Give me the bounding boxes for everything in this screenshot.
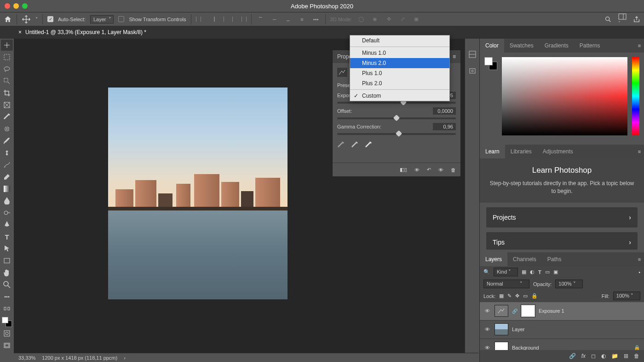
gradient-tool[interactable] <box>1 183 13 194</box>
preset-item-plus1[interactable]: Plus 1.0 <box>350 68 449 78</box>
align-bottom-icon[interactable]: ⎽ <box>284 15 293 24</box>
filter-search-icon[interactable]: 🔍 <box>483 269 490 275</box>
distribute-icon[interactable]: ⎹⎹ <box>237 15 247 24</box>
learn-item-projects[interactable]: Projects › <box>486 207 638 228</box>
foreground-background-colors[interactable] <box>2 317 12 327</box>
tab-layers[interactable]: Layers <box>480 252 507 266</box>
learn-item-tips[interactable]: Tips › <box>486 232 638 250</box>
tab-learn[interactable]: Learn <box>480 145 505 158</box>
hue-slider[interactable] <box>632 57 639 135</box>
dodge-tool[interactable] <box>1 207 13 218</box>
align-middle-icon[interactable]: ─ <box>270 15 279 24</box>
marquee-tool[interactable] <box>1 52 13 63</box>
show-transform-checkbox[interactable] <box>118 16 124 22</box>
distribute-v-icon[interactable]: ≡ <box>298 15 307 24</box>
search-icon[interactable] <box>604 16 612 23</box>
visibility-icon[interactable]: 👁 <box>483 345 491 350</box>
lock-pixels-icon[interactable]: ✎ <box>507 293 512 299</box>
visibility-icon[interactable]: 👁 <box>483 327 491 332</box>
lock-transparent-icon[interactable]: ▦ <box>499 293 504 299</box>
healing-brush-tool[interactable] <box>1 123 13 134</box>
layer-row[interactable]: 👁 Background 🔒 <box>480 339 644 350</box>
more-tools[interactable]: ••• <box>1 291 13 302</box>
exposure-slider[interactable] <box>337 102 456 104</box>
tab-adjustments[interactable]: Adjustments <box>537 145 579 158</box>
preset-item-plus2[interactable]: Plus 2.0 <box>350 78 449 88</box>
adjustment-thumb[interactable] <box>494 305 508 317</box>
hand-tool[interactable] <box>1 267 13 278</box>
type-tool[interactable]: T <box>1 231 13 242</box>
preset-item-minus2[interactable]: Minus 2.0 <box>350 58 449 68</box>
blur-tool[interactable] <box>1 195 13 206</box>
collapsed-panel-1-icon[interactable] <box>468 50 477 59</box>
filter-toggle-icon[interactable]: • <box>638 269 640 275</box>
maximize-window[interactable] <box>22 3 28 9</box>
home-icon[interactable] <box>4 15 12 23</box>
close-window[interactable] <box>5 3 10 9</box>
auto-select-dropdown[interactable]: Layer ˅ <box>90 15 114 23</box>
rectangle-tool[interactable] <box>1 255 13 266</box>
clip-to-layer-icon[interactable]: ◧▯ <box>400 167 407 173</box>
filter-type-icon[interactable]: T <box>538 269 541 275</box>
zoom-level[interactable]: 33,33% <box>18 355 35 361</box>
layer-name[interactable]: Exposure 1 <box>539 308 564 314</box>
tool-menu-caret[interactable]: ˅ <box>35 17 38 22</box>
tab-channels[interactable]: Channels <box>507 252 542 266</box>
zoom-tool[interactable] <box>1 279 13 290</box>
move-tool[interactable] <box>1 40 13 51</box>
fill-field[interactable]: 100% ˅ <box>613 292 640 300</box>
path-select-tool[interactable] <box>1 243 13 254</box>
image-thumb[interactable] <box>494 323 508 335</box>
crop-tool[interactable] <box>1 88 13 99</box>
filter-smart-icon[interactable]: ▣ <box>553 269 558 275</box>
gray-eyedropper-icon[interactable] <box>351 141 358 149</box>
minimize-window[interactable] <box>13 3 19 9</box>
share-icon[interactable] <box>633 16 640 23</box>
layer-name[interactable]: Layer <box>512 327 525 332</box>
panel-menu-icon[interactable]: ≡ <box>453 53 456 60</box>
document-tab[interactable]: × Untitled-1 @ 33,3% (Exposure 1, Layer … <box>18 29 146 35</box>
view-previous-icon[interactable]: 👁 <box>414 167 420 173</box>
layer-row[interactable]: 👁 🔗 Exposure 1 <box>480 302 644 321</box>
brush-tool[interactable] <box>1 135 13 146</box>
link-layers-icon[interactable]: 🔗 <box>569 353 576 359</box>
quick-select-tool[interactable] <box>1 76 13 87</box>
delete-layer-icon[interactable]: 🗑 <box>634 353 639 359</box>
collapsed-panel-2-icon[interactable] <box>468 66 477 76</box>
color-panel-menu-icon[interactable]: ≡ <box>635 39 644 53</box>
white-eyedropper-icon[interactable] <box>365 141 372 149</box>
align-top-icon[interactable]: ⎺ <box>256 15 265 24</box>
doc-dimensions[interactable]: 1200 px x 1418 px (118,11 ppcm) <box>42 355 117 361</box>
quick-mask-icon[interactable] <box>1 328 13 339</box>
new-adjustment-icon[interactable]: ◐ <box>601 353 606 359</box>
lock-artboard-icon[interactable]: ▭ <box>523 293 528 299</box>
edit-toolbar[interactable] <box>1 303 13 314</box>
align-center-h-icon[interactable]: ⎹⎸ <box>210 15 219 24</box>
offset-slider[interactable] <box>337 117 456 119</box>
tab-gradients[interactable]: Gradients <box>539 39 574 53</box>
move-tool-icon[interactable] <box>22 15 31 24</box>
lock-position-icon[interactable]: ✥ <box>515 293 519 299</box>
filter-image-icon[interactable]: ▦ <box>522 269 526 275</box>
black-eyedropper-icon[interactable] <box>337 141 345 149</box>
preset-item-default[interactable]: Default <box>350 35 449 46</box>
frame-tool[interactable] <box>1 99 13 111</box>
lock-all-icon[interactable]: 🔒 <box>531 293 538 299</box>
tab-libraries[interactable]: Libraries <box>505 145 537 158</box>
filter-shape-icon[interactable]: ▭ <box>545 269 550 275</box>
auto-select-checkbox[interactable]: ✓ <box>47 16 53 22</box>
preset-item-minus1[interactable]: Minus 1.0 <box>350 48 449 58</box>
layer-row[interactable]: 👁 Layer <box>480 321 644 339</box>
toggle-visibility-icon[interactable]: 👁 <box>438 167 443 173</box>
align-left-icon[interactable]: ⎸⎸ <box>196 15 205 24</box>
eraser-tool[interactable] <box>1 171 13 182</box>
close-tab-icon[interactable]: × <box>18 29 22 35</box>
opacity-field[interactable]: 100% ˅ <box>555 280 582 288</box>
delete-adjustment-icon[interactable]: 🗑 <box>451 167 456 173</box>
color-field[interactable] <box>502 57 627 135</box>
visibility-icon[interactable]: 👁 <box>483 308 491 314</box>
new-layer-icon[interactable]: ⊞ <box>624 353 628 359</box>
add-mask-icon[interactable]: ◻ <box>591 353 596 359</box>
link-icon[interactable]: 🔗 <box>512 309 518 314</box>
more-options-icon[interactable]: ••• <box>311 15 321 24</box>
